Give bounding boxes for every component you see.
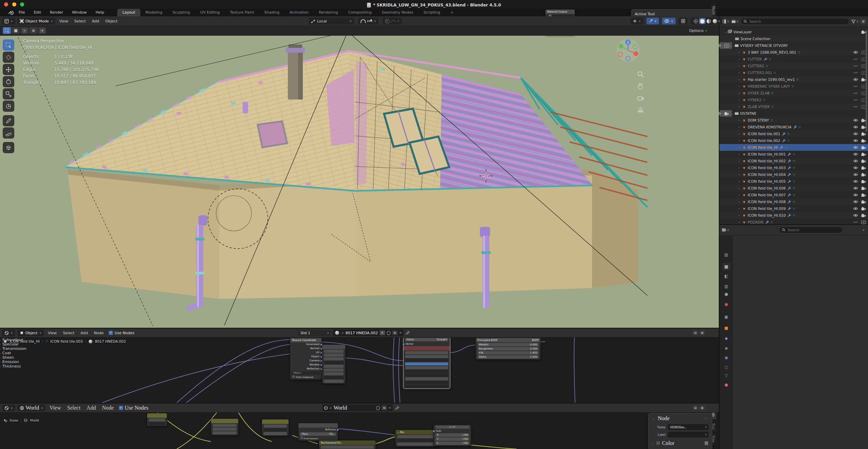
editor-type-button[interactable]: ∨	[2, 18, 15, 24]
hide-eye-icon[interactable]	[853, 51, 858, 54]
menu-item[interactable]: File	[14, 9, 29, 16]
world-selector[interactable]: ∨ World ⧉ ✕	[322, 405, 399, 411]
render-camera-icon[interactable]	[861, 173, 866, 177]
unlink-world-icon[interactable]: ✕	[389, 406, 392, 410]
render-disabled-icon[interactable]	[861, 85, 866, 88]
viewport-menu-item[interactable]: Object	[102, 19, 121, 23]
world-editor-type-button[interactable]: ∨	[2, 405, 15, 411]
slot-dropdown[interactable]: Slot 1	[298, 330, 331, 336]
node-small-2[interactable]	[211, 418, 239, 435]
outliner-row[interactable]: › ▼ HREBENAC VYSEK LAVY ▽	[719, 83, 868, 90]
outliner-search[interactable]	[741, 18, 849, 25]
node-value-row[interactable]: Y1.000	[435, 437, 469, 441]
tool-measure[interactable]	[3, 127, 14, 139]
node-world-mapping[interactable]: Z 113° Scale X1.000Y1.000Z1.000	[433, 425, 471, 446]
hidden-eye-icon[interactable]	[853, 105, 858, 108]
outliner-row[interactable]: › ▼ ICON field tile_HI.007 ▽	[719, 192, 868, 198]
render-camera-icon[interactable]	[861, 125, 866, 129]
world-use-nodes-toggle[interactable]: Use Nodes	[119, 405, 149, 411]
world-menu-item[interactable]: Select	[64, 405, 83, 411]
viewport-menu-item[interactable]: Select	[71, 19, 89, 23]
select-tweak-button[interactable]	[3, 27, 11, 34]
gizmos-dropdown[interactable]: ∨	[646, 18, 659, 24]
hide-eye-icon[interactable]	[853, 159, 858, 163]
node-value-row[interactable]: IOR1.450	[478, 351, 539, 355]
properties-tab-icon[interactable]: ○	[722, 363, 730, 371]
outliner-row[interactable]: › ▼ ICON field tile_HI.009 ▽	[719, 205, 868, 212]
shader-menu-item[interactable]: Node	[91, 331, 107, 335]
node-value-row[interactable]: Alpha1.000	[478, 355, 539, 359]
outliner-row[interactable]: › ▼ ICON field tile.002 ▽	[719, 137, 868, 144]
unlink-material-icon[interactable]: ✕	[399, 331, 402, 335]
outliner-row[interactable]: › ▼ VYSEK2 ▽	[719, 96, 868, 103]
shader-overlay-toggle[interactable]: ⊟	[693, 330, 698, 335]
node-output-socket[interactable]: Camera	[290, 359, 322, 363]
render-disabled-icon[interactable]	[861, 51, 866, 54]
render-disabled-icon[interactable]	[861, 91, 866, 95]
shader-type-dropdown[interactable]: Object∨	[17, 329, 44, 336]
render-camera-icon[interactable]	[861, 152, 866, 156]
pin-icon[interactable]	[395, 406, 399, 410]
properties-tab-icon[interactable]: ●	[722, 290, 730, 298]
mode-dropdown[interactable]: Object Mode∨	[17, 18, 55, 24]
outliner-row[interactable]: › ▼ CUTTER3.001 ▽	[719, 69, 868, 76]
shader-editor-type-button[interactable]: ∨	[2, 329, 15, 336]
render-disabled-icon[interactable]	[861, 105, 866, 109]
outliner-row[interactable]: › ▼ ICON field tile_HI.003 ▽	[719, 164, 868, 171]
hidden-eye-icon[interactable]	[853, 64, 858, 68]
workspace-tab[interactable]: Animation	[284, 9, 314, 16]
outliner-row[interactable]: ⌄ ▼ OSTATNE ▽	[719, 110, 732, 117]
render-disabled-icon[interactable]	[861, 98, 866, 102]
tool-rotate[interactable]	[3, 76, 14, 87]
render-camera-icon[interactable]	[861, 207, 866, 211]
select-paint-button[interactable]	[38, 27, 46, 34]
pin-icon[interactable]	[405, 331, 410, 335]
node-value-row[interactable]: Metallic0.000	[478, 343, 539, 346]
render-camera-icon[interactable]	[861, 193, 866, 197]
hide-eye-icon[interactable]	[853, 139, 858, 142]
select-box-button[interactable]	[12, 27, 20, 34]
hidden-eye-icon[interactable]	[853, 85, 858, 88]
render-camera-icon[interactable]	[861, 159, 866, 163]
outliner-search-input[interactable]	[749, 19, 787, 24]
hide-eye-icon[interactable]	[853, 180, 858, 183]
shading-solid-button[interactable]	[699, 18, 706, 24]
node-world-texcoord[interactable]: Reflection ObjectObj... From Instancer	[298, 423, 338, 441]
shading-material-icon[interactable]	[707, 19, 711, 23]
outliner-row[interactable]: › ▼ ICON field tile_HI.006 ▽	[719, 185, 868, 192]
properties-tab-icon[interactable]: ◧	[722, 272, 730, 280]
shader-snap-toggle[interactable]: ⊞	[699, 330, 705, 335]
tool-cursor[interactable]	[3, 52, 14, 63]
fake-user-shield-icon[interactable]	[387, 331, 390, 335]
outliner-row[interactable]: › ▼ ICON field tile_HI.008 ▽	[719, 198, 868, 205]
menu-item[interactable]: Render	[46, 9, 68, 16]
outliner-row[interactable]: › ▼ DREVENA KONSTRUKCIA ▽	[719, 124, 868, 130]
show-gizmo-dropdown[interactable]: ∨	[630, 18, 643, 24]
properties-tab-icon[interactable]: ■	[722, 324, 730, 332]
blender-logo-icon[interactable]	[8, 10, 14, 15]
navigation-gizmo[interactable]: Z	[616, 38, 640, 64]
tool-annotate[interactable]	[3, 115, 14, 126]
outliner-row[interactable]: › ▼ ICON field tile_HI.004 ▽	[719, 171, 868, 178]
tool-scale[interactable]	[3, 88, 14, 100]
outliner-filter-dropdown[interactable]: ∨	[851, 20, 858, 23]
tool-select-box[interactable]	[3, 39, 14, 51]
node-output-socket[interactable]: Window	[290, 363, 322, 367]
workspace-tab[interactable]: Scripting	[418, 9, 445, 16]
hide-eye-icon[interactable]	[853, 78, 858, 81]
tool-transform[interactable]	[3, 101, 14, 112]
proportional-edit-button[interactable]: ∨	[383, 18, 402, 24]
properties-options-icon[interactable]: ∨	[862, 228, 865, 232]
render-camera-icon[interactable]	[861, 139, 866, 143]
shading-dropdown-icon[interactable]: ∨	[718, 19, 721, 23]
shader-menu-item[interactable]: View	[45, 331, 60, 335]
render-disabled-icon[interactable]	[724, 44, 729, 48]
hide-eye-icon[interactable]	[853, 207, 858, 210]
node-output-socket[interactable]: Normal	[290, 346, 322, 351]
properties-tab-icon[interactable]: ●	[722, 301, 730, 308]
workspace-tab[interactable]: Sculpting	[168, 9, 195, 16]
menu-item[interactable]: Help	[91, 9, 108, 16]
node-mapping[interactable]	[322, 344, 346, 384]
node-image-texture[interactable]: AlphaStraight Vector	[403, 337, 450, 389]
workspace-tab[interactable]: +	[445, 9, 458, 16]
